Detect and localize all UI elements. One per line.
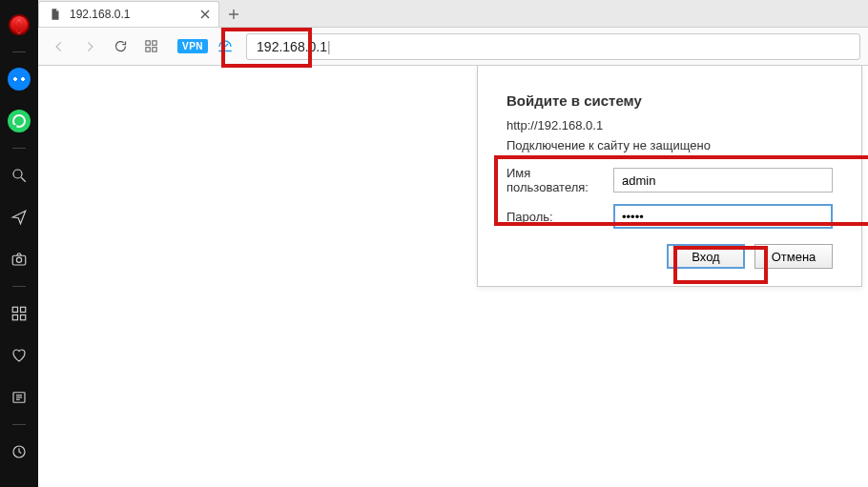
messenger-icon	[8, 68, 31, 91]
url-text: 192.168.0.1	[257, 39, 327, 54]
whatsapp-icon	[8, 110, 31, 132]
grid-icon	[10, 305, 28, 322]
tab-active[interactable]: 192.168.0.1	[38, 1, 219, 27]
sidebar-speed-dial[interactable]	[0, 293, 38, 335]
sidebar-search[interactable]	[0, 154, 38, 196]
toolbar: VPN 192.168.0.1|	[38, 28, 868, 66]
svg-rect-7	[21, 315, 26, 320]
svg-rect-6	[12, 315, 17, 320]
search-icon	[10, 167, 28, 184]
password-input[interactable]	[613, 204, 833, 229]
svg-rect-13	[145, 41, 149, 45]
svg-point-0	[13, 170, 22, 178]
dialog-title: Войдите в систему	[506, 92, 833, 109]
dialog-actions: Вход Отмена	[506, 244, 833, 269]
password-label: Пароль:	[506, 210, 613, 224]
svg-rect-14	[152, 41, 155, 45]
opera-menu-button[interactable]	[0, 4, 38, 46]
close-icon	[200, 10, 210, 19]
url-cursor: |	[327, 39, 331, 54]
reload-button[interactable]	[107, 33, 134, 60]
adblock-button[interactable]	[212, 33, 238, 60]
speed-dial-button[interactable]	[137, 33, 164, 60]
sidebar-whatsapp[interactable]	[0, 100, 38, 142]
page-icon	[49, 8, 62, 21]
svg-rect-16	[152, 48, 155, 51]
reload-icon	[114, 39, 128, 53]
chevron-left-icon	[52, 40, 66, 53]
vpn-badge[interactable]: VPN	[177, 39, 208, 53]
address-bar[interactable]: 192.168.0.1|	[246, 33, 860, 60]
nav-back-button[interactable]	[46, 33, 72, 60]
svg-rect-4	[12, 307, 17, 312]
plus-icon	[228, 9, 239, 20]
sidebar-bookmarks[interactable]	[0, 335, 38, 376]
sidebar-divider	[12, 424, 26, 425]
username-row: Имя пользователя:	[506, 166, 833, 194]
heart-icon	[10, 347, 28, 364]
password-row: Пароль:	[506, 204, 833, 229]
svg-point-3	[16, 257, 21, 262]
clock-icon	[10, 443, 28, 460]
news-icon	[10, 389, 28, 406]
cancel-button[interactable]: Отмена	[754, 244, 833, 269]
sidebar-messenger[interactable]	[0, 58, 38, 100]
camera-icon	[10, 251, 28, 268]
opera-logo-icon	[9, 14, 30, 35]
svg-line-17	[225, 44, 228, 47]
username-label: Имя пользователя:	[506, 166, 613, 194]
sidebar-send[interactable]	[0, 196, 38, 238]
sidebar-news[interactable]	[0, 376, 38, 418]
tab-title: 192.168.0.1	[70, 8, 190, 21]
dialog-host: http://192.168.0.1	[506, 118, 833, 132]
svg-line-1	[21, 177, 26, 182]
opera-sidebar	[0, 0, 38, 487]
send-icon	[10, 209, 28, 226]
shield-speed-icon	[217, 38, 234, 55]
login-button[interactable]: Вход	[667, 244, 745, 269]
sidebar-snapshot[interactable]	[0, 238, 38, 280]
sidebar-divider	[12, 148, 26, 149]
sidebar-divider	[12, 51, 26, 52]
username-input[interactable]	[613, 168, 833, 193]
tab-close-button[interactable]	[197, 7, 213, 22]
browser-main: 192.168.0.1 VPN 192.168.0.1|	[38, 0, 868, 487]
chevron-right-icon	[83, 40, 96, 53]
page-content: Войдите в систему http://192.168.0.1 Под…	[38, 66, 868, 487]
tab-strip: 192.168.0.1	[38, 0, 868, 28]
nav-forward-button[interactable]	[76, 33, 103, 60]
grid-small-icon	[144, 39, 158, 53]
http-auth-dialog: Войдите в систему http://192.168.0.1 Под…	[477, 66, 862, 287]
sidebar-divider	[12, 286, 26, 287]
new-tab-button[interactable]	[219, 1, 248, 27]
svg-rect-15	[145, 48, 149, 51]
sidebar-history[interactable]	[0, 431, 38, 473]
dialog-warning: Подключение к сайту не защищено	[506, 138, 833, 152]
svg-rect-5	[21, 307, 26, 312]
